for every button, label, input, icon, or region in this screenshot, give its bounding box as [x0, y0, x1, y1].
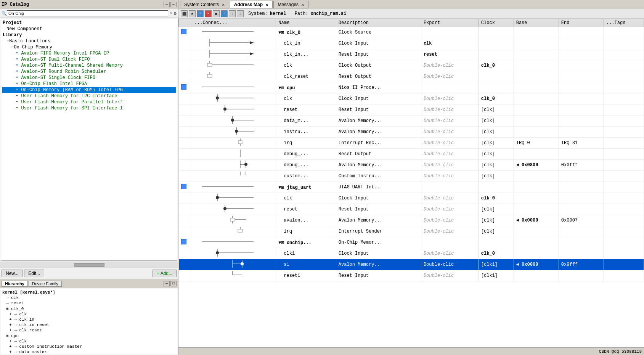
name-cell[interactable]: clk — [276, 60, 336, 71]
toolbar-icon-arrowdown[interactable]: ↓ — [229, 10, 236, 17]
table-row[interactable]: custom... Custom Instru... Double-clic [… — [179, 171, 644, 182]
name-cell[interactable]: reset1 — [276, 270, 336, 281]
close-search-icon[interactable]: × — [170, 11, 172, 16]
scroll-thumb[interactable] — [74, 263, 104, 267]
hier-minimize-button[interactable]: — — [164, 281, 170, 286]
hier-cpu-clk[interactable]: + → clk — [2, 339, 177, 344]
name-cell[interactable]: ▼⊞ cpu — [276, 82, 336, 93]
hier-cpu[interactable]: ⊞ cpu — [2, 333, 177, 339]
checkbox-cell[interactable] — [179, 27, 192, 38]
table-row[interactable]: clk_in... Reset Input reset — [179, 49, 644, 60]
table-row[interactable]: reset1 Reset Input Double-clic [clk1] — [179, 270, 644, 281]
tab-hierarchy[interactable]: Hierarchy — [2, 281, 28, 287]
export-cell[interactable]: Double-clic — [421, 215, 479, 226]
hier-kernel[interactable]: kernel [kernel.qsys*] — [2, 290, 177, 295]
table-row[interactable]: reset Reset Input Double-clic [clk] — [179, 104, 644, 116]
name-cell[interactable]: custom... — [276, 171, 336, 182]
tree-item-avalondualclock[interactable]: Avalon-ST Dual Clock FIFO — [2, 56, 176, 63]
name-cell[interactable]: data_m... — [276, 116, 336, 127]
name-cell[interactable]: reset — [276, 104, 336, 116]
system-contents-close-icon[interactable]: ✕ — [222, 3, 225, 7]
export-cell[interactable]: Double-clic — [421, 248, 479, 259]
name-cell[interactable]: irq — [276, 138, 336, 149]
export-cell[interactable]: Double-clic — [421, 93, 479, 104]
name-cell[interactable]: clk_reset — [276, 71, 336, 82]
toolbar-icon-remove[interactable]: × — [205, 10, 212, 17]
export-cell[interactable]: Double-clic — [421, 160, 479, 171]
name-cell-s1[interactable]: s1 — [276, 259, 336, 270]
tree-item-avalonroundrobin[interactable]: Avalon-ST Round Robin Scheduler — [2, 69, 176, 75]
export-cell[interactable]: Double-clic — [421, 226, 479, 237]
table-row[interactable]: irq Interrupt Sender Double-clic [clk] — [179, 226, 644, 237]
table-row-selected[interactable]: s1 Avalon Memory... Double-clic [clk1] ◄… — [179, 259, 644, 270]
address-map-close-icon[interactable]: ✕ — [265, 3, 268, 7]
tree-item-userflashparallel[interactable]: User Flash Memory for Parallel Interf — [2, 99, 176, 105]
table-row[interactable]: avalon... Avalon Memory... Double-clic [… — [179, 215, 644, 226]
export-cell[interactable]: Double-clic — [421, 127, 479, 138]
toolbar-icon-1[interactable]: ⬛ — [181, 10, 188, 17]
table-row[interactable]: clk_reset Reset Output Double-clic — [179, 71, 644, 82]
tab-system-contents[interactable]: System Contents ✕ — [180, 1, 229, 8]
name-cell[interactable]: debug_... — [276, 149, 336, 160]
table-row[interactable]: clk Clock Input Double-clic clk_0 — [179, 93, 644, 104]
name-cell[interactable]: clk — [276, 93, 336, 104]
export-cell[interactable]: Double-clic — [421, 259, 479, 270]
toolbar-icon-up[interactable]: ▲ — [189, 10, 196, 17]
messages-close-icon[interactable]: ✕ — [301, 3, 304, 7]
toolbar-icon-arrowdown2[interactable]: ↓ — [237, 10, 244, 17]
export-cell[interactable]: Double-clic — [421, 138, 479, 149]
table-row[interactable]: clk Clock Input Double-clic clk_0 — [179, 193, 644, 204]
gear-icon[interactable]: ⚙ — [174, 11, 177, 16]
add-button[interactable]: + Add... — [153, 270, 177, 277]
export-cell[interactable]: Double-clic — [421, 204, 479, 215]
name-cell[interactable]: clk — [276, 193, 336, 204]
hier-clk0-clkreset[interactable]: + → clk reset — [2, 328, 177, 333]
name-cell[interactable]: irq — [276, 226, 336, 237]
hier-clk0-clkin[interactable]: + → clk in — [2, 317, 177, 322]
export-cell[interactable]: Double-clic — [421, 171, 479, 182]
tree-item-userflashi2c[interactable]: User Flash Memory for I2C Interface — [2, 93, 176, 99]
name-cell[interactable]: instru... — [276, 127, 336, 138]
tree-item-onchipmemory[interactable]: −On Chip Memory — [2, 44, 176, 50]
table-row[interactable]: clk Clock Output Double-clic clk_0 — [179, 60, 644, 71]
tree-item-onchipram[interactable]: On-Chip Memory (RAM or ROM) Intel FPG — [2, 87, 176, 93]
toolbar-icon-filter[interactable]: ▦ — [213, 10, 220, 17]
name-cell[interactable]: avalon... — [276, 215, 336, 226]
table-row[interactable]: ▼⊞ cpu Nios II Proce... — [179, 82, 644, 93]
hier-clk0-clk[interactable]: + → clk — [2, 312, 177, 317]
tree-item-basicfunctions[interactable]: −Basic Functions — [2, 38, 176, 44]
table-row[interactable]: instru... Avalon Memory... Double-clic [… — [179, 127, 644, 138]
hier-reset[interactable]: → reset — [2, 300, 177, 306]
name-cell[interactable]: ▼⊞ jtag_uart — [276, 182, 336, 193]
tab-messages[interactable]: Messages ✕ — [273, 1, 308, 8]
name-cell[interactable]: clk1 — [276, 248, 336, 259]
hier-clk0-clkinreset[interactable]: + → clk in reset — [2, 322, 177, 328]
tree-item-project[interactable]: Project — [2, 20, 176, 26]
export-cell[interactable]: Double-clic — [421, 193, 479, 204]
table-row[interactable]: ▼⊞ clk_0 Clock Source — [179, 27, 644, 38]
table-row[interactable]: ▼⊞ jtag_uart JTAG UART Int... — [179, 182, 644, 193]
toolbar-icon-arrowup[interactable]: ↑ — [221, 10, 228, 17]
name-cell[interactable]: ▼⊞ onchip... — [276, 237, 336, 248]
tab-address-map[interactable]: Address Map ✕ — [230, 1, 273, 8]
table-row[interactable]: reset Reset Input Double-clic [clk] — [179, 204, 644, 215]
name-cell[interactable]: reset — [276, 204, 336, 215]
checkbox-cell[interactable] — [179, 237, 192, 248]
name-cell[interactable]: debug_... — [276, 160, 336, 171]
hier-cpu-datamaster[interactable]: + → data master — [2, 349, 177, 354]
hier-clk[interactable]: → clk — [2, 295, 177, 300]
tab-devicefamily[interactable]: Device Family — [29, 281, 62, 287]
name-cell[interactable]: clk_in... — [276, 49, 336, 60]
hier-clk0[interactable]: ⊞ clk_0 — [2, 306, 177, 312]
tree-item-userflashspi[interactable]: User Flash Memory for SPI Interface I — [2, 105, 176, 111]
hier-maximize-button[interactable]: □ — [170, 281, 177, 286]
tree-item-library[interactable]: Library — [2, 32, 176, 38]
tree-item-avalonmultichannel[interactable]: Avalon-ST Multi-Channel Shared Memory — [2, 63, 176, 69]
export-cell[interactable]: Double-clic — [421, 149, 479, 160]
export-cell[interactable]: Double-clic — [421, 71, 479, 82]
tree-item-onchipflash[interactable]: On-Chip Flash Intel FPGA — [2, 81, 176, 87]
export-cell[interactable]: Double-clic — [421, 270, 479, 281]
table-row[interactable]: clk_in Clock Input clk — [179, 38, 644, 49]
hier-cpu-custominstr[interactable]: + → custom instruction master — [2, 344, 177, 349]
checkbox-cell[interactable] — [179, 82, 192, 93]
